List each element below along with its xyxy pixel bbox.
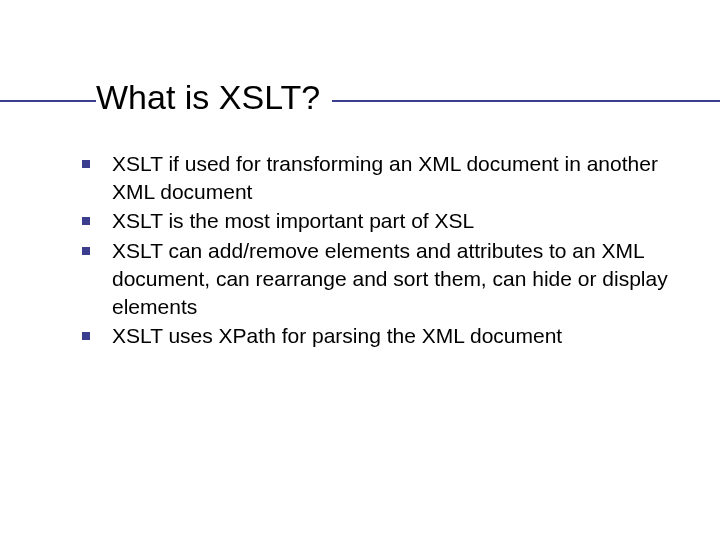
bullet-text: XSLT uses XPath for parsing the XML docu… [112, 324, 562, 347]
title-underline-left [0, 100, 96, 102]
body-area: XSLT if used for transforming an XML doc… [72, 150, 668, 352]
list-item: XSLT if used for transforming an XML doc… [72, 150, 668, 205]
slide-title: What is XSLT? [96, 78, 332, 117]
list-item: XSLT uses XPath for parsing the XML docu… [72, 322, 668, 350]
bullet-text: XSLT can add/remove elements and attribu… [112, 239, 668, 317]
title-area: What is XSLT? [0, 78, 720, 117]
list-item: XSLT is the most important part of XSL [72, 207, 668, 235]
slide: What is XSLT? XSLT if used for transform… [0, 0, 720, 540]
bullet-text: XSLT is the most important part of XSL [112, 209, 474, 232]
bullet-text: XSLT if used for transforming an XML doc… [112, 152, 658, 203]
bullet-list: XSLT if used for transforming an XML doc… [72, 150, 668, 350]
list-item: XSLT can add/remove elements and attribu… [72, 237, 668, 320]
